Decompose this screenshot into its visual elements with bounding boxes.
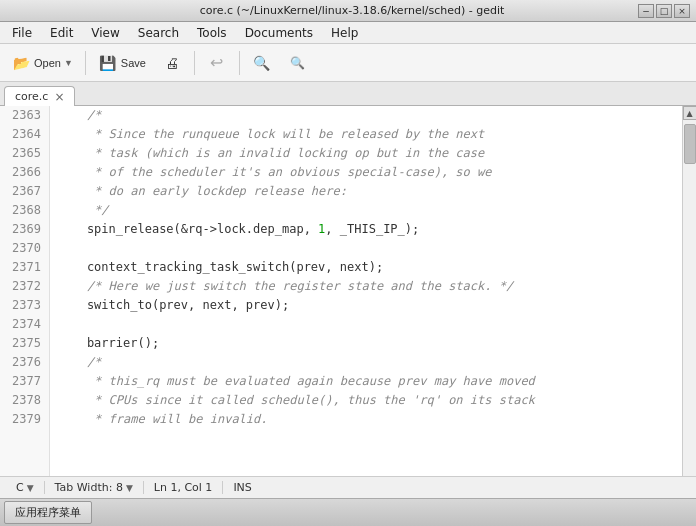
menu-item-help[interactable]: Help — [323, 24, 366, 42]
magnify-icon: 🔍 — [252, 53, 272, 73]
title-bar-controls: − □ × — [638, 4, 690, 18]
undo-icon: ↩ — [207, 53, 227, 73]
code-line-2370 — [50, 239, 682, 258]
maximize-button[interactable]: □ — [656, 4, 672, 18]
line-num-2370: 2370 — [0, 239, 49, 258]
code-line-2377: * this_rq must be evaluated again becaus… — [50, 372, 682, 391]
magnify-plus-icon: 🔍 — [288, 53, 308, 73]
line-num-2379: 2379 — [0, 410, 49, 429]
undo-button[interactable]: ↩ — [200, 49, 234, 77]
tab-width-arrow: ▼ — [126, 483, 133, 493]
code-line-2366: * of the scheduler it's an obvious speci… — [50, 163, 682, 182]
line-num-2378: 2378 — [0, 391, 49, 410]
code-line-2372: /* Here we just switch the register stat… — [50, 277, 682, 296]
line-num-2373: 2373 — [0, 296, 49, 315]
tab-label: core.c — [15, 90, 48, 103]
close-button[interactable]: × — [674, 4, 690, 18]
position-section: Ln 1, Col 1 — [144, 481, 224, 494]
line-num-2377: 2377 — [0, 372, 49, 391]
line-num-2369: 2369 — [0, 220, 49, 239]
open-arrow: ▼ — [64, 58, 73, 68]
menu-item-view[interactable]: View — [83, 24, 127, 42]
code-area[interactable]: /* * Since the runqueue lock will be rel… — [50, 106, 682, 476]
lang-arrow: ▼ — [27, 483, 34, 493]
code-line-2371: context_tracking_task_switch(prev, next)… — [50, 258, 682, 277]
app-menu-label: 应用程序菜单 — [15, 506, 81, 518]
line-num-2367: 2367 — [0, 182, 49, 201]
menu-item-tools[interactable]: Tools — [189, 24, 235, 42]
title-bar: core.c (~/LinuxKernel/linux-3.18.6/kerne… — [0, 0, 696, 22]
mode-section: INS — [223, 481, 261, 494]
print-button[interactable]: 🖨 — [155, 49, 189, 77]
code-line-2375: barrier(); — [50, 334, 682, 353]
line-num-2375: 2375 — [0, 334, 49, 353]
lang-section[interactable]: C ▼ — [6, 481, 45, 494]
code-line-2365: * task (which is an invalid locking op b… — [50, 144, 682, 163]
search-button-1[interactable]: 🔍 — [245, 49, 279, 77]
tab-core-c[interactable]: core.c × — [4, 86, 75, 106]
line-num-2372: 2372 — [0, 277, 49, 296]
menu-item-search[interactable]: Search — [130, 24, 187, 42]
line-num-2366: 2366 — [0, 163, 49, 182]
open-label: Open — [34, 57, 61, 69]
lang-label: C — [16, 481, 24, 494]
scroll-thumb[interactable] — [684, 124, 696, 164]
menu-item-file[interactable]: File — [4, 24, 40, 42]
scroll-up-arrow[interactable]: ▲ — [683, 106, 697, 120]
print-icon: 🖨 — [162, 53, 182, 73]
line-num-2376: 2376 — [0, 353, 49, 372]
toolbar-separator-3 — [239, 51, 240, 75]
tab-width-section[interactable]: Tab Width: 8 ▼ — [45, 481, 144, 494]
tab-close-icon[interactable]: × — [54, 91, 64, 103]
scrollbar-track: ▲ — [682, 106, 696, 476]
app-menu-button[interactable]: 应用程序菜单 — [4, 501, 92, 524]
tab-width-label: Tab Width: 8 — [55, 481, 123, 494]
minimize-button[interactable]: − — [638, 4, 654, 18]
code-line-2374 — [50, 315, 682, 334]
code-line-2368: */ — [50, 201, 682, 220]
toolbar: 📂 Open ▼ 💾 Save 🖨 ↩ 🔍 🔍 — [0, 44, 696, 82]
position-label: Ln 1, Col 1 — [154, 481, 213, 494]
code-line-2364: * Since the runqueue lock will be releas… — [50, 125, 682, 144]
save-button[interactable]: 💾 Save — [91, 49, 153, 77]
editor: 2363236423652366236723682369237023712372… — [0, 106, 696, 476]
toolbar-separator-1 — [85, 51, 86, 75]
menu-item-documents[interactable]: Documents — [237, 24, 321, 42]
taskbar: 应用程序菜单 — [0, 498, 696, 526]
search-button-2[interactable]: 🔍 — [281, 49, 315, 77]
save-label: Save — [121, 57, 146, 69]
line-num-2365: 2365 — [0, 144, 49, 163]
line-numbers: 2363236423652366236723682369237023712372… — [0, 106, 50, 476]
line-num-2368: 2368 — [0, 201, 49, 220]
line-num-2363: 2363 — [0, 106, 49, 125]
status-bar: C ▼ Tab Width: 8 ▼ Ln 1, Col 1 INS — [0, 476, 696, 498]
title-bar-text: core.c (~/LinuxKernel/linux-3.18.6/kerne… — [66, 4, 638, 17]
code-line-2373: switch_to(prev, next, prev); — [50, 296, 682, 315]
code-line-2379: * frame will be invalid. — [50, 410, 682, 429]
menu-bar: FileEditViewSearchToolsDocumentsHelp — [0, 22, 696, 44]
open-icon: 📂 — [11, 53, 31, 73]
mode-label: INS — [233, 481, 251, 494]
code-line-2376: /* — [50, 353, 682, 372]
code-line-2378: * CPUs since it called schedule(), thus … — [50, 391, 682, 410]
line-num-2371: 2371 — [0, 258, 49, 277]
code-line-2369: spin_release(&rq->lock.dep_map, 1, _THIS… — [50, 220, 682, 239]
line-num-2364: 2364 — [0, 125, 49, 144]
save-icon: 💾 — [98, 53, 118, 73]
menu-item-edit[interactable]: Edit — [42, 24, 81, 42]
open-button[interactable]: 📂 Open ▼ — [4, 49, 80, 77]
code-line-2363: /* — [50, 106, 682, 125]
toolbar-separator-2 — [194, 51, 195, 75]
code-line-2367: * do an early lockdep release here: — [50, 182, 682, 201]
tab-bar: core.c × — [0, 82, 696, 106]
line-num-2374: 2374 — [0, 315, 49, 334]
